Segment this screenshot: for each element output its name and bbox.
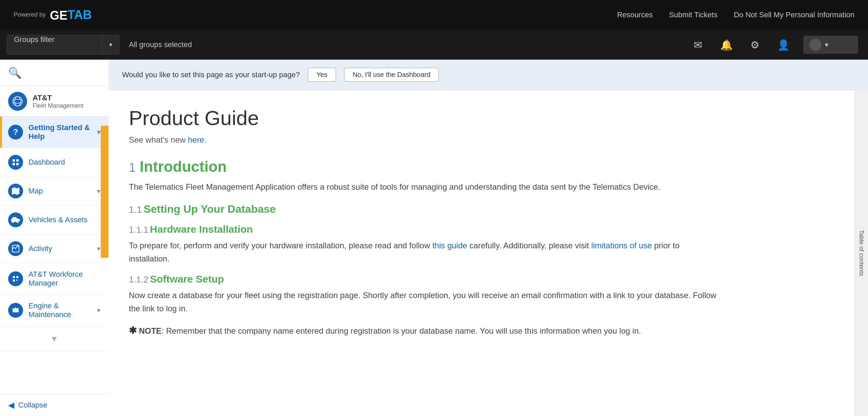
user-icon-btn[interactable]: 👤 [775,37,791,53]
mail-icon-btn[interactable]: ✉ [690,37,706,53]
product-guide-subtitle: See what's new here. [129,135,719,145]
sidebar-item-engine[interactable]: Engine & Maintenance ▾ [0,295,108,326]
search-icon[interactable]: 🔍 [8,67,22,79]
groups-filter-dropdown-btn[interactable]: ▾ [102,35,119,55]
startup-bar: Would you like to set this page as your … [108,60,868,90]
mail-icon: ✉ [694,39,702,51]
second-bar-right: ✉ 🔔 ⚙ 👤 ▾ [690,36,868,54]
engine-icon [8,303,23,318]
submit-tickets-link[interactable]: Submit Tickets [669,11,717,19]
chevron-down-icon: ▾ [97,187,100,195]
sidebar-search-area[interactable]: 🔍 [0,60,108,86]
sidebar-item-label: AT&T Workforce Manager [28,270,100,288]
sidebar-item-label: Getting Started & Help [28,123,97,141]
collapse-icon: ◀ [8,400,14,410]
user-icon: 👤 [777,39,790,51]
note-block: ✱ NOTE: Remember that the company name e… [129,323,719,338]
svg-marker-10 [12,187,19,195]
section-1-1-num: 1.1 [129,204,142,215]
note-bold: NOTE [139,326,162,335]
svg-rect-6 [13,159,15,162]
section-1-header: 1 Introduction [129,158,719,175]
svg-text:GEO: GEO [50,8,67,22]
map-icon [8,184,23,199]
section-1-1-2-num: 1.1.2 [129,274,149,285]
section-1-1-2-header: 1.1.2 Software Setup [129,273,719,285]
sidebar-item-label: Engine & Maintenance [28,301,97,319]
sidebar-item-getting-started[interactable]: ? Getting Started & Help ▾ [0,117,108,148]
sidebar-item-dashboard[interactable]: Dashboard [0,148,108,177]
section-1-1-1-body: To prepare for, perform and verify your … [129,239,719,265]
user-account-btn[interactable]: ▾ [804,36,858,54]
sidebar-company-area: AT&T Fleet Management [0,86,108,117]
gear-icon: ⚙ [750,39,760,51]
section-1-1-title: Setting Up Your Database [143,203,276,215]
dashboard-icon [8,155,23,170]
sidebar-scroll-indicator [101,126,108,258]
section-1-1-2-title: Software Setup [150,273,224,285]
note-star: ✱ [129,325,137,336]
vehicles-icon [8,212,23,227]
sidebar-item-label: Vehicles & Assets [28,215,100,224]
no-dashboard-button[interactable]: No, I'll use the Dashboard [344,68,439,82]
this-guide-link[interactable]: this guide [432,241,467,250]
company-name: AT&T [33,93,83,102]
activity-icon [8,241,23,256]
svg-point-2 [12,96,23,107]
section-1-1-1-num: 1.1.1 [129,225,149,235]
sidebar-nav: ? Getting Started & Help ▾ Dashboard Map… [0,117,108,394]
sidebar: 🔍 AT&T Fleet Management ? [0,60,108,416]
sidebar-item-vehicles[interactable]: Vehicles & Assets [0,206,108,234]
svg-point-14 [17,221,19,223]
content-scroll[interactable]: Table of contents Product Guide See what… [108,90,868,416]
chevron-down-icon: ▾ [825,41,828,49]
sidebar-item-activity[interactable]: Activity ▾ [0,234,108,263]
svg-point-18 [15,309,17,311]
limitations-link[interactable]: limitations of use [591,241,652,250]
sidebar-item-label: Map [28,187,97,195]
main-layout: 🔍 AT&T Fleet Management ? [0,60,868,416]
bell-icon: 🔔 [720,39,733,51]
table-of-contents-btn[interactable]: Table of contents [854,90,868,416]
sidebar-collapse-btn[interactable]: ◀ Collapse [0,394,108,416]
collapse-label: Collapse [18,401,47,410]
svg-point-13 [12,221,14,223]
section-1-1-2-body: Now create a database for your fleet usi… [129,289,719,315]
chevron-down-icon: ▾ [97,306,100,314]
resources-link[interactable]: Resources [617,11,653,19]
company-sub: Fleet Management [33,102,83,109]
product-guide-title: Product Guide [129,106,719,130]
sidebar-item-label: Activity [28,244,97,253]
active-bar [0,117,2,148]
second-bar: Groups filter ▾ All groups selected ✉ 🔔 … [0,30,868,60]
here-link[interactable]: here [188,135,204,144]
geotab-brand: TAB [67,8,92,22]
section-1-1-header: 1.1 Setting Up Your Database [129,203,719,215]
product-guide-content: Product Guide See what's new here. 1 Int… [129,106,739,338]
chevron-down-icon: ▾ [97,245,100,253]
svg-rect-15 [19,219,20,221]
section-1-1-1-header: 1.1.1 Hardware Installation [129,224,719,235]
groups-filter-container: Groups filter ▾ [7,35,119,55]
workforce-icon [8,271,23,286]
sidebar-item-workforce[interactable]: AT&T Workforce Manager [0,263,108,295]
chevron-down-icon: ▾ [97,128,100,136]
top-nav-links: Resources Submit Tickets Do Not Sell My … [617,11,854,19]
groups-filter-input[interactable]: Groups filter [7,35,102,55]
powered-by-text: Powered by [14,12,46,18]
yes-button[interactable]: Yes [308,68,336,82]
sidebar-item-more[interactable]: ▾ [0,326,108,351]
geotab-logo-icon: GEO [50,7,67,22]
svg-rect-9 [16,163,19,165]
bell-icon-btn[interactable]: 🔔 [718,37,734,53]
gear-icon-btn[interactable]: ⚙ [747,37,763,53]
do-not-sell-link[interactable]: Do Not Sell My Personal Information [734,11,854,19]
logo-area: Powered by GEO TAB [14,7,92,22]
getting-started-icon: ? [8,125,23,140]
all-groups-selected-text: All groups selected [129,40,192,49]
company-info: AT&T Fleet Management [33,93,83,109]
section-1-body: The Telematics Fleet Management Applicat… [129,181,719,193]
sidebar-item-map[interactable]: Map ▾ [0,177,108,206]
svg-rect-12 [13,217,17,220]
att-circle-icon [12,95,24,107]
